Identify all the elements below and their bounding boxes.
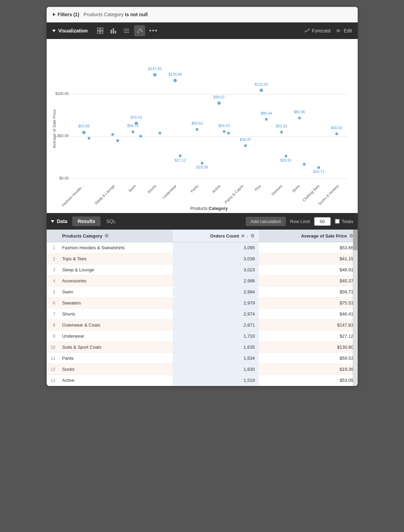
row-num: 13 [47, 375, 58, 386]
data-title-label: Data [57, 219, 67, 224]
svg-point-51 [244, 144, 247, 147]
svg-point-40 [179, 154, 181, 157]
row-orders-count: 2,979 [173, 298, 259, 309]
scatter-chart: Average of Sale Price $0.00 $50.00 $100.… [50, 46, 354, 212]
svg-text:Skirts: Skirts [291, 184, 300, 193]
tab-results[interactable]: Results [72, 216, 101, 226]
row-orders-count: 1,519 [173, 375, 259, 386]
row-orders-count: 2,974 [173, 309, 259, 320]
col-header-avg-price[interactable]: Average of Sale Price ⚙ [259, 230, 357, 242]
row-category: Active [58, 375, 173, 386]
col-header-orders-count[interactable]: Orders Count ⊘ ↓ ⚙ [173, 230, 259, 242]
svg-rect-6 [115, 31, 116, 33]
svg-rect-0 [97, 28, 100, 30]
filters-toggle[interactable]: Filters (1) [53, 12, 79, 17]
scrollbar[interactable] [353, 230, 358, 386]
row-num: 3 [47, 264, 58, 275]
more-options-icon[interactable]: ••• [147, 26, 160, 36]
svg-text:Pants & Capris: Pants & Capris [224, 184, 244, 204]
data-collapse-icon [51, 220, 54, 223]
row-avg-price: $130.80 [259, 342, 357, 353]
svg-text:$19.39: $19.39 [196, 165, 208, 169]
svg-point-57 [280, 131, 283, 134]
table-row: 2 Tops & Tees 3,038 $41.19 [47, 253, 358, 264]
col-orders-gear-icon[interactable]: ⚙ [250, 233, 255, 239]
viz-toolbar: Visualization ••• Forecast [47, 22, 358, 39]
viz-title-group[interactable]: Visualization [52, 28, 88, 33]
svg-point-50 [227, 132, 230, 135]
row-category: Underwear [58, 331, 173, 342]
scrollbar-thumb [353, 230, 358, 250]
svg-point-59 [284, 155, 287, 157]
row-avg-price: $19.39 [259, 364, 357, 375]
svg-text:$27.12: $27.12 [174, 158, 186, 162]
svg-text:$147.83: $147.83 [148, 67, 161, 71]
row-category: Swim [58, 287, 173, 298]
filters-toggle-icon [53, 13, 56, 16]
table-row: 11 Pants 1,634 $59.53 [47, 353, 358, 364]
col-header-category[interactable]: Products Category ⚙ [58, 230, 173, 242]
svg-text:Pants: Pants [189, 184, 199, 193]
svg-point-11 [139, 29, 140, 31]
row-num: 10 [47, 342, 58, 353]
row-num: 2 [47, 253, 58, 264]
svg-point-13 [141, 30, 142, 32]
data-toolbar: Data Results SQL Add calculation Row Lim… [47, 213, 358, 230]
svg-text:Clothing Sets: Clothing Sets [301, 184, 320, 202]
svg-text:Socks & Hosiery: Socks & Hosiery [317, 184, 340, 206]
data-table-wrap: Products Category ⚙ Orders Count ⊘ ↓ ⚙ [47, 230, 358, 386]
svg-text:$53.66: $53.66 [78, 124, 90, 128]
add-calculation-button[interactable]: Add calculation [246, 217, 286, 226]
row-num: 4 [47, 275, 58, 287]
bar-chart-view-icon[interactable] [108, 25, 119, 36]
svg-text:$130.80: $130.80 [168, 72, 182, 76]
svg-text:$26.91: $26.91 [280, 158, 292, 162]
list-view-icon[interactable] [121, 25, 132, 36]
svg-rect-1 [101, 28, 103, 30]
table-row: 9 Underwear 1,710 $27.12 [47, 331, 358, 342]
row-category: Sweaters [58, 298, 173, 309]
col-orders-sort-icon[interactable]: ↓ [246, 234, 248, 238]
totals-checkbox[interactable] [335, 219, 340, 224]
row-avg-price: $40.37 [259, 275, 357, 287]
tab-sql[interactable]: SQL [101, 216, 121, 226]
svg-text:Products Category: Products Category [190, 206, 228, 211]
col-category-label: Products Category [62, 233, 102, 239]
row-category: Pants [58, 353, 173, 364]
col-avg-price-label: Average of Sale Price [301, 233, 347, 239]
table-header-row: Products Category ⚙ Orders Count ⊘ ↓ ⚙ [47, 230, 358, 242]
svg-text:$50.00: $50.00 [57, 134, 68, 138]
svg-point-30 [131, 130, 134, 133]
forecast-button[interactable]: Forecast [304, 28, 330, 33]
svg-point-34 [139, 135, 142, 138]
svg-point-27 [87, 137, 90, 139]
svg-point-32 [134, 122, 138, 125]
data-title-group[interactable]: Data [51, 219, 67, 224]
data-table: Products Category ⚙ Orders Count ⊘ ↓ ⚙ [47, 230, 358, 386]
svg-point-29 [116, 139, 119, 142]
table-row: 12 Socks 1,630 $19.39 [47, 364, 358, 375]
svg-text:Plus: Plus [254, 184, 262, 192]
totals-toggle[interactable]: Totals [335, 219, 354, 224]
svg-text:$16.71: $16.71 [313, 170, 324, 174]
col-category-gear-icon[interactable]: ⚙ [104, 233, 109, 239]
table-row: 5 Swim 2,994 $56.73 [47, 287, 358, 298]
svg-text:$59.53: $59.53 [191, 121, 203, 125]
svg-point-63 [303, 163, 306, 166]
row-category: Fashion Hoodies & Sweatshirts [58, 242, 173, 253]
row-avg-price: $53.09 [259, 375, 357, 386]
main-card: Filters (1) Products Category is not nul… [47, 7, 358, 386]
row-limit-input[interactable] [314, 217, 331, 226]
row-category: Accessories [58, 275, 173, 287]
edit-button[interactable]: Edit [336, 28, 352, 33]
row-category: Tops & Tees [58, 253, 173, 264]
table-view-icon[interactable] [95, 25, 106, 36]
scatter-view-icon[interactable] [134, 25, 145, 36]
table-body: 1 Fashion Hoodies & Sweatshirts 3,095 $5… [47, 242, 358, 386]
table-row: 1 Fashion Hoodies & Sweatshirts 3,095 $5… [47, 242, 358, 253]
svg-text:$115.03: $115.03 [254, 82, 268, 86]
edit-label: Edit [344, 28, 352, 33]
svg-rect-2 [97, 31, 100, 33]
svg-text:$99.07: $99.07 [213, 95, 225, 99]
row-num: 5 [47, 287, 58, 298]
